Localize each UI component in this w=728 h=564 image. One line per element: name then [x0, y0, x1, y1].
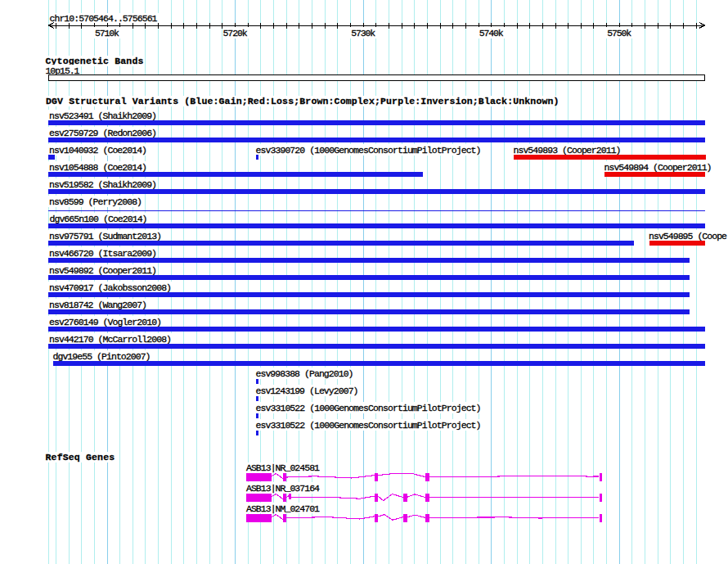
svg-text:esv3310522 (1000GenomesConsort: esv3310522 (1000GenomesConsortiumPilotPr… [256, 403, 482, 413]
svg-text:nsv549893 (Cooper2011): nsv549893 (Cooper2011) [514, 145, 622, 156]
svg-text:5750k: 5750k [607, 28, 631, 38]
svg-text:esv1243199 (Levy2007): esv1243199 (Levy2007) [256, 386, 359, 396]
svg-text:ASB13|NM_024701: ASB13|NM_024701 [246, 503, 320, 514]
svg-text:nsv1054888 (Coe2014): nsv1054888 (Coe2014) [49, 162, 147, 173]
svg-text:esv2760149 (Vogler2010): esv2760149 (Vogler2010) [49, 317, 162, 327]
svg-text:esv3310522 (1000GenomesConsort: esv3310522 (1000GenomesConsortiumPilotPr… [256, 420, 482, 431]
svg-text:nsv470917 (Jakobsson2008): nsv470917 (Jakobsson2008) [49, 282, 172, 293]
svg-text:ASB13|NR_037164: ASB13|NR_037164 [246, 483, 320, 494]
svg-text:chr10:5705464..5756561: chr10:5705464..5756561 [50, 13, 158, 24]
svg-text:nsv8599 (Perry2008): nsv8599 (Perry2008) [49, 196, 142, 207]
svg-text:DGV Structural Variants (Blue:: DGV Structural Variants (Blue:Gain;Red:L… [46, 96, 559, 106]
svg-text:nsv523491 (Shaikh2009): nsv523491 (Shaikh2009) [49, 111, 157, 121]
svg-text:5740k: 5740k [479, 28, 504, 38]
svg-text:esv3390720 (1000GenomesConsort: esv3390720 (1000GenomesConsortiumPilotPr… [256, 145, 482, 156]
svg-text:RefSeq Genes: RefSeq Genes [46, 452, 115, 462]
svg-text:dgv665n100 (Coe2014): dgv665n100 (Coe2014) [50, 214, 148, 224]
svg-text:nsv442170 (McCarroll2008): nsv442170 (McCarroll2008) [49, 334, 172, 345]
svg-text:nsv549892 (Cooper2011): nsv549892 (Cooper2011) [49, 265, 157, 276]
svg-text:5710k: 5710k [95, 28, 119, 38]
svg-text:esv2759729 (Redon2006): esv2759729 (Redon2006) [49, 128, 157, 138]
svg-text:nsv1040932 (Coe2014): nsv1040932 (Coe2014) [49, 145, 147, 156]
svg-text:nsv466720 (Itsara2009): nsv466720 (Itsara2009) [49, 248, 157, 259]
svg-text:nsv549895 (Coope: nsv549895 (Coope [649, 231, 727, 241]
svg-text:nsv519582 (Shaikh2009): nsv519582 (Shaikh2009) [49, 179, 157, 190]
svg-text:5730k: 5730k [351, 28, 375, 38]
svg-text:5720k: 5720k [223, 28, 248, 38]
svg-text:ASB13|NR_024581: ASB13|NR_024581 [246, 462, 320, 473]
svg-text:esv998388 (Pang2010): esv998388 (Pang2010) [256, 368, 354, 379]
svg-text:nsv975791 (Sudmant2013): nsv975791 (Sudmant2013) [49, 231, 162, 241]
svg-text:nsv818742 (Wang2007): nsv818742 (Wang2007) [49, 300, 147, 310]
svg-text:nsv549894 (Cooper2011): nsv549894 (Cooper2011) [604, 162, 712, 173]
svg-text:dgv19e55 (Pinto2007): dgv19e55 (Pinto2007) [53, 351, 151, 362]
